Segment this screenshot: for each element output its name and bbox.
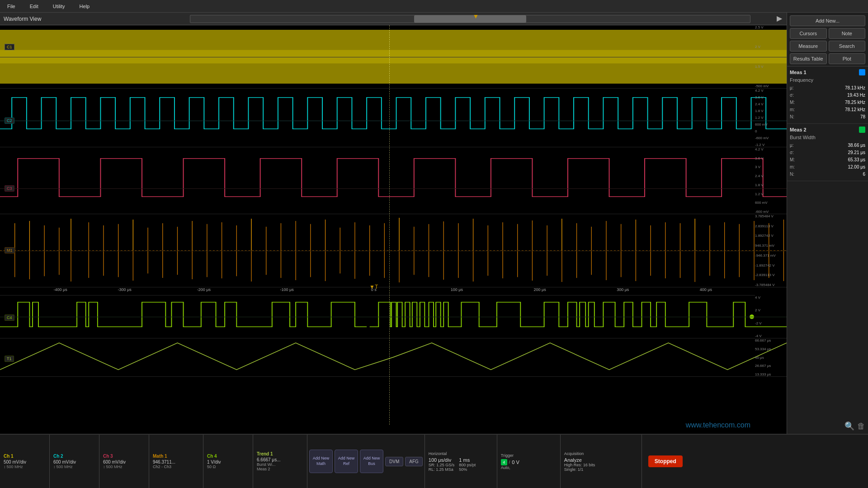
dvm-button[interactable]: DVM [385, 457, 403, 466]
horizontal-rl: RL: 1.25 MSa [429, 467, 455, 472]
meas1-stats: μ:σ:M:m:N: 78.13 kHz 19.43 Hz 78.25 kHz … [790, 84, 865, 121]
meas1-header: Meas 1 [790, 69, 865, 75]
math1-info-val1: 946.3711... [153, 460, 199, 465]
menu-help[interactable]: Help [77, 3, 93, 10]
ch4-info-label: Ch 4 [207, 454, 249, 459]
t1-strip: T1 66.667 μs53.334 μs40 μs26.667 μs13.33… [0, 338, 787, 377]
measure-button[interactable]: Measure [790, 41, 827, 52]
horizontal-values: 100 μs/div SR: 1.25 GS/s RL: 1.25 MSa 1 … [429, 457, 493, 472]
horizontal-zoom: 50% [459, 467, 476, 472]
acquisition-mode: Analyze [564, 457, 582, 463]
m1-label-box: M1 [5, 248, 15, 253]
time-tick-3: -200 μs [197, 287, 211, 292]
add-ref-button[interactable]: Add New Ref [335, 450, 358, 473]
horizontal-pts: 800 ps/pt [459, 463, 476, 467]
add-new-button[interactable]: Add New... [790, 15, 865, 26]
ch1-info[interactable]: Ch 1 500 mV/div ↕500 MHz [0, 435, 50, 488]
results-table-button[interactable]: Results Table [790, 53, 827, 64]
trend1-info[interactable]: Trend 1 6.6667 μs... Burst Wi... Meas 2 [253, 435, 307, 488]
time-tick-9: 400 μs [700, 287, 712, 292]
delete-icon[interactable]: 🗑 [857, 422, 865, 431]
main-content: Waveform View ▼ ▶ C1 [0, 13, 868, 434]
menu-file[interactable]: File [5, 3, 18, 10]
horizontal-timebase[interactable]: 100 μs/div [429, 457, 455, 463]
scroll-handle[interactable] [414, 15, 526, 23]
ch3-info-bw: ↕500 MHz [103, 465, 145, 469]
acquisition-values: Analyze [564, 457, 638, 463]
math1-info-val2: Ch2 - Ch3 [153, 465, 199, 469]
meas1-title: Meas 1 [790, 70, 807, 75]
time-tick-7: 200 μs [533, 287, 546, 292]
trigger-section: Trigger 4 / 0 V Auto, [497, 435, 561, 488]
trigger-level-icon: / [509, 460, 510, 465]
waveform-title: Waveform View [4, 16, 41, 22]
acquisition-single: Single: 1/1 [564, 467, 638, 472]
ch3-center-line [0, 188, 787, 189]
ch3-label-box: C3 [5, 186, 14, 191]
meas2-badge [859, 127, 865, 133]
bottom-section: Ch 1 500 mV/div ↕500 MHz Ch 2 600 mV/div… [0, 434, 868, 488]
afg-button[interactable]: AFG [405, 457, 423, 466]
stopped-section: Stopped [642, 435, 689, 488]
acquisition-res: High Res: 16 bits [564, 463, 638, 467]
meas2-section: Meas 2 Burst Width μ:σ:M:m:N: 38.66 μs 2… [787, 124, 868, 181]
meas1-M: 78.25 kHz [845, 99, 865, 106]
ch1-scale: 2.5 V2 V1.5 V-500 mV [755, 25, 786, 88]
ch4-info-val1: 1 V/div [207, 460, 249, 465]
right-panel: Add New... Cursors Note Measure Search R… [787, 13, 868, 434]
time-tick-6: 100 μs [451, 287, 463, 292]
math1-info[interactable]: Math 1 946.3711... Ch2 - Ch3 [149, 435, 203, 488]
ch2-strip: C2 4.2 V3.6 V2.4 V1.8 V1.2 V600 mV0-600 … [0, 89, 787, 147]
note-button[interactable]: Note [829, 28, 866, 39]
horizontal-title: Horizontal [429, 451, 493, 456]
m1-center-line [0, 251, 787, 251]
trigger-title: Trigger [501, 453, 557, 458]
stopped-button[interactable]: Stopped [648, 455, 683, 467]
meas1-m: 78.12 kHz [845, 106, 865, 113]
meas1-mu: 78.13 kHz [845, 84, 865, 92]
ch2-center-line [0, 121, 787, 121]
ch4-label-box: C4 [5, 315, 14, 320]
zoom-icon[interactable]: 🔍 [844, 421, 854, 431]
ch3-strip: C3 4.2 V3.6 V3 V2.4 V1.8 V1.2 V600 mV-60… [0, 147, 787, 214]
ch3-info[interactable]: Ch 3 600 mV/div ↕500 MHz [99, 435, 149, 488]
plot-button[interactable]: Plot [829, 53, 866, 64]
panel-bottom-icons: 🔍 🗑 [787, 418, 868, 434]
ch3-info-scale: 600 mV/div [103, 460, 145, 465]
waveform-scrollbar[interactable]: ▼ [190, 15, 750, 23]
ch2-waveform [0, 89, 787, 147]
ch4-scale: 4 V2 V-2 V-4 V [755, 296, 786, 338]
add-bus-button[interactable]: Add New Bus [360, 450, 383, 473]
ch4-strip: C4 4 V2 V-2 V-4 V [0, 296, 787, 338]
trend1-info-label: Trend 1 [257, 451, 303, 456]
trigger-marker: ▼T [369, 284, 378, 290]
time-tick-2: -300 μs [118, 287, 131, 292]
meas2-name: Burst Width [790, 135, 865, 140]
trigger-level: 0 V [512, 460, 519, 465]
scroll-right-icon[interactable]: ▶ [777, 14, 782, 23]
ch1-info-bw: ↕500 MHz [4, 465, 46, 469]
meas1-name: Frequency [790, 77, 865, 83]
ch1-center-line [0, 57, 787, 57]
menu-edit[interactable]: Edit [27, 3, 41, 10]
ch2-label-box: C2 [5, 118, 14, 123]
horizontal-sr: SR: 1.25 GS/s [429, 463, 455, 467]
cursor-marker: ▼ [472, 13, 479, 20]
horizontal-record: 1 ms [459, 457, 476, 463]
menu-bar: File Edit Utility Help [0, 0, 868, 13]
ch2-info-scale: 600 mV/div [53, 460, 95, 465]
ch1-label-box: C1 [5, 44, 14, 49]
menu-utility[interactable]: Utility [50, 3, 68, 10]
search-button[interactable]: Search [829, 41, 866, 52]
math1-info-label: Math 1 [153, 454, 199, 459]
ch3-info-label: Ch 3 [103, 454, 145, 459]
cursors-button[interactable]: Cursors [790, 28, 827, 39]
meas2-title: Meas 2 [790, 127, 807, 132]
trend1-info-val2: Burst Wi... [257, 462, 303, 467]
ch1-info-label: Ch 1 [4, 454, 46, 459]
ch4-info[interactable]: Ch 4 1 V/div 50 Ω [203, 435, 253, 488]
m1-scale: 3.785484 V2.839113 V1.892742 V946.371 mV… [755, 214, 786, 287]
ch2-info[interactable]: Ch 2 600 mV/div ↕500 MHz [50, 435, 99, 488]
meas2-sigma: 29.21 μs [848, 149, 865, 156]
add-math-button[interactable]: Add New Math [309, 450, 333, 473]
